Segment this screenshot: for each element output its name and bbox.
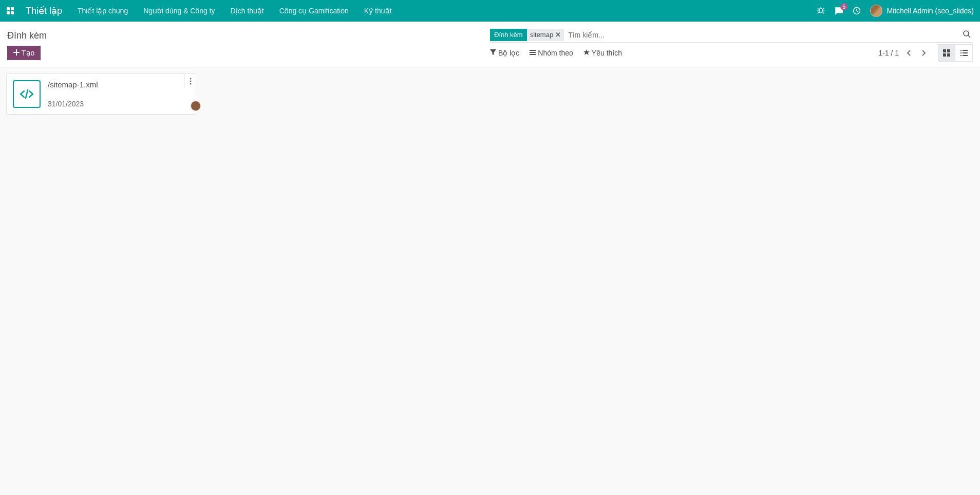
svg-rect-1 [11,7,14,10]
cp-filters: Bộ lọc Nhóm theo Yêu thích 1-1 / 1 [490,44,973,62]
list-view-button[interactable] [955,44,973,62]
attachment-card[interactable]: /sitemap-1.xml 31/01/2023 [6,74,196,115]
menu-general-settings[interactable]: Thiết lập chung [78,7,128,15]
svg-rect-7 [530,52,536,53]
menu-translations[interactable]: Dịch thuật [231,7,264,15]
search-bar: Đính kèm sitemap ✕ [490,29,973,43]
card-body: /sitemap-1.xml 31/01/2023 [48,80,190,108]
filters-button[interactable]: Bộ lọc [490,49,519,57]
svg-rect-16 [963,52,968,53]
menu-technical[interactable]: Kỹ thuật [364,7,392,15]
pager-prev[interactable] [903,46,915,60]
top-navbar: Thiết lập Thiết lập chung Người dùng & C… [0,0,980,22]
card-title: /sitemap-1.xml [48,80,190,89]
facet-label: Đính kèm [490,29,527,41]
card-date: 31/01/2023 [48,100,190,108]
breadcrumb: Đính kèm [7,30,47,41]
file-code-icon [13,80,41,108]
groupby-label: Nhóm theo [538,49,573,57]
card-menu-toggle[interactable] [184,74,196,88]
facet-value: sitemap ✕ [527,29,564,41]
svg-point-20 [190,81,191,82]
favorites-label: Yêu thích [592,49,622,57]
navbar-right: 5 Mitchell Admin (seo_slides) [817,5,974,17]
cp-right: 1-1 / 1 [878,44,973,62]
search-input[interactable] [564,29,960,41]
debug-icon[interactable] [817,7,825,15]
control-panel: Đính kèm Đính kèm sitemap ✕ Tạo [0,22,980,67]
pager-range: 1-1 / 1 [878,49,899,57]
content-area: /sitemap-1.xml 31/01/2023 Xoá [0,67,980,121]
filters-label: Bộ lọc [498,49,519,57]
messaging-badge: 5 [840,3,847,10]
view-switcher [938,44,973,62]
svg-point-19 [190,78,191,80]
funnel-icon [490,49,496,57]
navbar-left: Thiết lập Thiết lập chung Người dùng & C… [6,5,391,16]
cp-row-top: Đính kèm Đính kèm sitemap ✕ [7,22,973,44]
svg-rect-18 [963,55,968,56]
svg-rect-14 [963,50,968,51]
svg-point-21 [190,83,191,85]
search-icon[interactable] [960,30,973,40]
svg-rect-9 [943,49,946,52]
svg-rect-3 [11,11,14,14]
menu-gamification[interactable]: Công cụ Gamification [279,7,349,15]
star-icon [583,49,590,57]
groupby-button[interactable]: Nhóm theo [530,49,573,57]
svg-rect-15 [960,52,962,53]
search-facets: Đính kèm sitemap ✕ [490,29,564,41]
svg-rect-2 [7,11,10,14]
svg-rect-8 [530,54,536,55]
svg-rect-0 [7,7,10,10]
create-button[interactable]: Tạo [7,46,41,60]
user-menu[interactable]: Mitchell Admin (seo_slides) [870,5,974,17]
svg-rect-11 [943,53,946,57]
facet-remove-icon[interactable]: ✕ [555,31,561,39]
pager: 1-1 / 1 [878,46,930,60]
favorites-button[interactable]: Yêu thích [583,49,622,57]
create-button-label: Tạo [22,49,34,57]
svg-rect-12 [947,53,950,57]
svg-rect-13 [960,50,962,51]
user-avatar [870,5,882,17]
svg-rect-17 [960,55,962,56]
card-author-avatar [191,101,201,111]
activities-icon[interactable] [853,7,861,15]
kanban-view-button[interactable] [938,44,955,62]
messaging-icon[interactable]: 5 [834,6,843,15]
menu-users-companies[interactable]: Người dùng & Công ty [143,7,215,15]
pager-arrows [903,46,930,60]
svg-rect-10 [947,49,950,52]
pager-next[interactable] [917,46,930,60]
apps-icon[interactable] [6,7,14,15]
facet-value-text: sitemap [530,31,554,39]
list-icon [530,49,536,57]
svg-rect-6 [530,50,536,51]
plus-icon [13,49,20,57]
app-brand[interactable]: Thiết lập [26,5,62,16]
search-facet: Đính kèm sitemap ✕ [490,29,564,41]
user-name: Mitchell Admin (seo_slides) [887,7,974,15]
navbar-menu: Thiết lập chung Người dùng & Công ty Dịc… [78,7,391,15]
cp-row-bottom: Tạo Bộ lọc Nhóm theo Yêu thích [7,44,973,67]
